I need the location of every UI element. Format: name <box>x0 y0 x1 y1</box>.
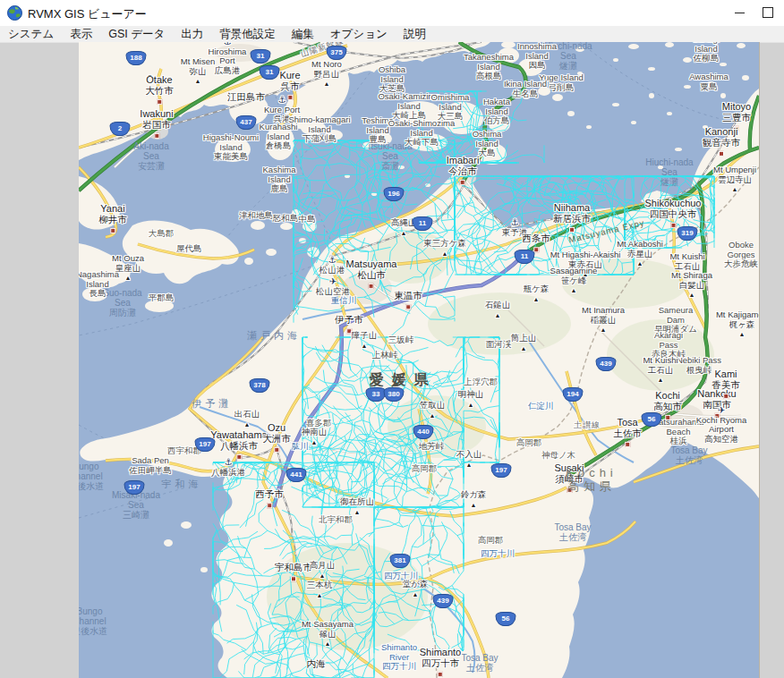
menu-item[interactable]: 編集 <box>284 27 322 42</box>
maximize-icon <box>763 7 773 18</box>
menu-item[interactable]: オプション <box>322 27 396 42</box>
menu-item[interactable]: 背景他設定 <box>211 27 284 42</box>
menu-item[interactable]: 説明 <box>396 27 434 42</box>
menu-item[interactable]: 表示 <box>62 27 100 42</box>
map-canvas[interactable]: Aki-nadaSea安芸灘Itsuki-nadaSea斎灘Hiuchi-nad… <box>79 42 760 678</box>
window-title: RVMX GIS ビューアー <box>28 6 147 22</box>
menu-bar: システム表示GSI データ出力背景他設定編集オプション説明 <box>0 26 784 43</box>
menu-item[interactable]: GSI データ <box>100 27 173 42</box>
globe-icon <box>7 5 22 21</box>
minimize-icon <box>735 13 745 13</box>
basemap <box>79 42 759 678</box>
minimize-button[interactable] <box>725 0 754 25</box>
title-bar: RVMX GIS ビューアー <box>0 0 784 26</box>
menu-item[interactable]: 出力 <box>173 27 211 42</box>
maximize-button[interactable] <box>754 0 782 25</box>
menu-item[interactable]: システム <box>0 27 62 42</box>
